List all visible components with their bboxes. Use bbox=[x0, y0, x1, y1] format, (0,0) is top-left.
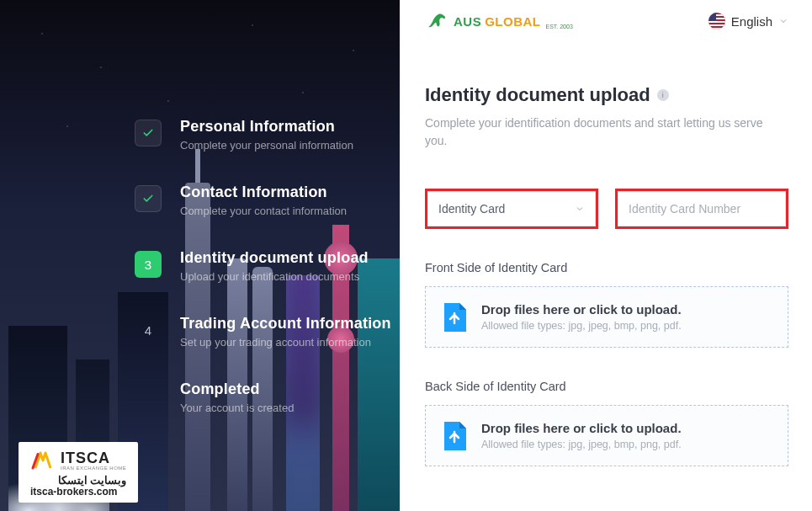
step-subtitle: Set up your trading account information bbox=[180, 336, 391, 349]
page-subtitle: Complete your identification documents a… bbox=[425, 114, 778, 150]
step-badge-pending bbox=[135, 382, 162, 409]
svg-rect-4 bbox=[709, 24, 725, 26]
steps-list: Personal Information Complete your perso… bbox=[0, 0, 400, 414]
step-title: Identity document upload bbox=[180, 249, 369, 267]
language-selector[interactable]: English bbox=[709, 13, 788, 29]
step-subtitle: Complete your contact information bbox=[180, 205, 347, 217]
back-upload-dropzone[interactable]: Drop files here or click to upload. Allo… bbox=[425, 405, 788, 466]
step-title: Contact Information bbox=[180, 184, 347, 201]
onboarding-sidebar: Personal Information Complete your perso… bbox=[0, 0, 400, 511]
drop-sub-text: Allowed file types: jpg, jpeg, bmp, png,… bbox=[481, 320, 682, 332]
itsca-logo-icon bbox=[30, 449, 56, 472]
itsca-arabic: وبسایت ایتسکا bbox=[30, 474, 126, 487]
brand-global: GLOBAL bbox=[485, 14, 540, 29]
step-trading-account: 4 Trading Account Information Set up you… bbox=[135, 315, 400, 349]
info-icon[interactable]: i bbox=[657, 89, 669, 101]
svg-rect-5 bbox=[709, 28, 725, 29]
step-badge-active: 3 bbox=[135, 251, 162, 278]
step-title: Completed bbox=[180, 381, 294, 398]
language-label: English bbox=[731, 14, 772, 29]
step-personal-info: Personal Information Complete your perso… bbox=[135, 118, 400, 152]
drop-sub-text: Allowed file types: jpg, jpeg, bmp, png,… bbox=[481, 439, 682, 450]
chevron-down-icon bbox=[575, 204, 585, 214]
step-contact-info: Contact Information Complete your contac… bbox=[135, 184, 400, 217]
kangaroo-icon bbox=[425, 11, 450, 31]
step-subtitle: Your account is created bbox=[180, 402, 294, 414]
brand-aus: AUS bbox=[454, 14, 481, 29]
itsca-watermark: ITSCA IRAN EXCHANGE HOME وبسایت ایتسکا i… bbox=[19, 442, 138, 503]
check-icon bbox=[142, 127, 154, 139]
step-completed: Completed Your account is created bbox=[135, 381, 400, 414]
drop-main-text: Drop files here or click to upload. bbox=[481, 421, 682, 435]
step-title: Trading Account Information bbox=[180, 315, 391, 333]
step-title: Personal Information bbox=[180, 118, 353, 136]
drop-main-text: Drop files here or click to upload. bbox=[481, 302, 682, 317]
document-type-select[interactable]: Identity Card bbox=[427, 191, 596, 226]
chevron-down-icon bbox=[778, 16, 788, 26]
step-badge-done bbox=[135, 185, 162, 212]
page-title: Identity document upload bbox=[425, 84, 650, 106]
brand-logo: AUS GLOBAL EST. 2003 bbox=[425, 11, 573, 31]
brand-est: EST. 2003 bbox=[546, 24, 573, 29]
front-upload-dropzone[interactable]: Drop files here or click to upload. Allo… bbox=[425, 286, 788, 348]
file-upload-icon bbox=[443, 422, 466, 450]
front-side-label: Front Side of Identity Card bbox=[425, 261, 788, 274]
step-subtitle: Complete your personal information bbox=[180, 139, 353, 152]
itsca-url: itsca-brokers.com bbox=[30, 486, 126, 498]
main-content: AUS GLOBAL EST. 2003 English Identity do… bbox=[400, 0, 812, 511]
document-number-field-wrap bbox=[618, 191, 786, 226]
header: AUS GLOBAL EST. 2003 English bbox=[425, 0, 788, 37]
flag-us-icon bbox=[709, 13, 725, 29]
back-side-label: Back Side of Identity Card bbox=[425, 380, 788, 393]
check-icon bbox=[142, 193, 154, 205]
select-value: Identity Card bbox=[438, 202, 505, 216]
itsca-name: ITSCA bbox=[61, 450, 126, 466]
file-upload-icon bbox=[443, 303, 466, 332]
step-identity-upload: 3 Identity document upload Upload your i… bbox=[135, 249, 400, 283]
step-badge-pending: 4 bbox=[135, 317, 162, 343]
step-badge-done bbox=[135, 120, 162, 146]
document-number-input[interactable] bbox=[629, 202, 775, 216]
itsca-tagline: IRAN EXCHANGE HOME bbox=[61, 466, 126, 471]
highlight-doc-number bbox=[615, 189, 788, 229]
svg-rect-6 bbox=[709, 13, 716, 21]
svg-rect-3 bbox=[709, 21, 725, 23]
step-subtitle: Upload your identification documents bbox=[180, 270, 369, 283]
form-row: Identity Card bbox=[425, 189, 788, 229]
highlight-doc-type: Identity Card bbox=[425, 189, 598, 229]
